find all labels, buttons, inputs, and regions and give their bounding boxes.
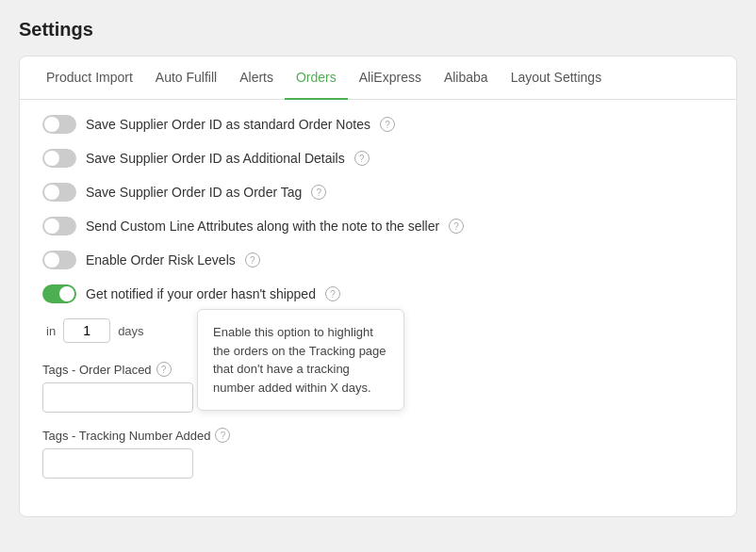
- tab-alerts[interactable]: Alerts: [228, 57, 285, 100]
- tag-tracking-number-section: Tags - Tracking Number Added ?: [42, 428, 714, 479]
- days-prefix: in: [46, 324, 56, 338]
- help-icon-tag-order[interactable]: ?: [156, 362, 172, 377]
- tab-product-import[interactable]: Product Import: [35, 57, 144, 100]
- page-title: Settings: [19, 19, 737, 41]
- days-suffix: days: [118, 324, 143, 338]
- settings-card: Product Import Auto Fulfill Alerts Order…: [19, 56, 737, 517]
- setting-row-5: Enable Order Risk Levels ?: [42, 251, 714, 269]
- days-row: in days Enable this option to highlight …: [46, 318, 714, 343]
- toggle-5[interactable]: [42, 251, 76, 269]
- tooltip-text: Enable this option to highlight the orde…: [213, 325, 386, 395]
- help-icon-4[interactable]: ?: [449, 219, 464, 234]
- setting-label-2: Save Supplier Order ID as Additional Det…: [86, 151, 345, 166]
- tooltip-box: Enable this option to highlight the orde…: [197, 309, 404, 411]
- setting-row-6: Get notified if your order hasn't shippe…: [42, 284, 714, 303]
- setting-row-1: Save Supplier Order ID as standard Order…: [42, 115, 714, 134]
- setting-label-4: Send Custom Line Attributes along with t…: [86, 219, 439, 234]
- setting-row-3: Save Supplier Order ID as Order Tag ?: [42, 183, 714, 202]
- toggle-3[interactable]: [42, 183, 76, 202]
- help-icon-1[interactable]: ?: [380, 117, 395, 132]
- setting-label-5: Enable Order Risk Levels: [86, 252, 236, 268]
- setting-label-6: Get notified if your order hasn't shippe…: [86, 286, 316, 301]
- toggle-2[interactable]: [42, 149, 76, 168]
- tab-auto-fulfill[interactable]: Auto Fulfill: [144, 57, 228, 100]
- tag-tracking-number-input[interactable]: [42, 448, 193, 479]
- toggle-4[interactable]: [42, 217, 76, 235]
- toggle-1[interactable]: [42, 115, 76, 134]
- help-icon-3[interactable]: ?: [311, 185, 326, 200]
- tag-order-placed-input[interactable]: [42, 382, 193, 413]
- help-icon-6[interactable]: ?: [325, 286, 340, 301]
- settings-content: Save Supplier Order ID as standard Order…: [20, 100, 736, 516]
- tab-layout-settings[interactable]: Layout Settings: [500, 57, 614, 100]
- setting-row-2: Save Supplier Order ID as Additional Det…: [42, 149, 714, 168]
- setting-row-4: Send Custom Line Attributes along with t…: [42, 217, 714, 235]
- tabs-bar: Product Import Auto Fulfill Alerts Order…: [20, 57, 736, 100]
- days-input[interactable]: [63, 318, 110, 343]
- help-icon-tag-tracking[interactable]: ?: [215, 428, 230, 443]
- tab-alibaba[interactable]: Alibaba: [433, 57, 500, 100]
- tab-orders[interactable]: Orders: [285, 57, 348, 100]
- tab-aliexpress[interactable]: AliExpress: [348, 57, 433, 100]
- help-icon-2[interactable]: ?: [354, 151, 370, 166]
- tag-tracking-number-label: Tags - Tracking Number Added ?: [42, 428, 714, 443]
- toggle-6[interactable]: [42, 284, 76, 303]
- help-icon-5[interactable]: ?: [245, 252, 260, 268]
- setting-label-3: Save Supplier Order ID as Order Tag: [86, 185, 302, 200]
- setting-label-1: Save Supplier Order ID as standard Order…: [86, 117, 370, 132]
